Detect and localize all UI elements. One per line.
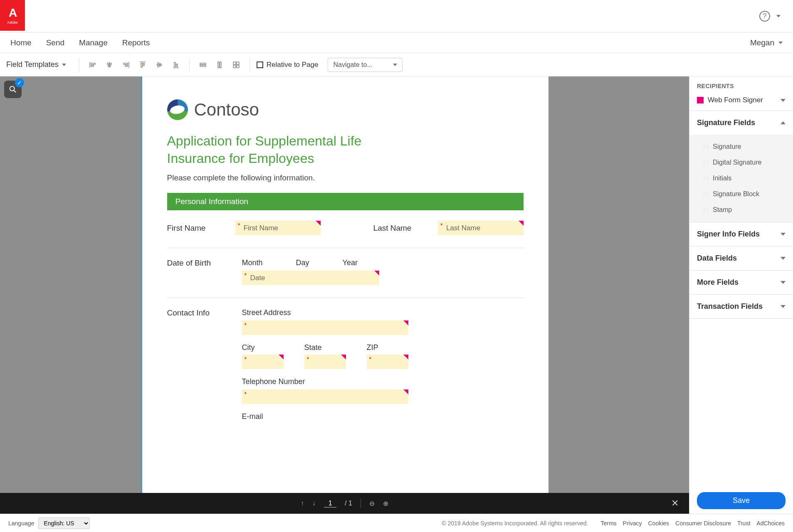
next-page-icon[interactable]: ↓ [312,500,316,507]
zoom-in-icon[interactable]: ⊕ [383,500,388,507]
relative-to-page-checkbox[interactable]: Relative to Page [257,61,319,69]
user-menu-caret [778,42,783,44]
label-email: E-mail [242,412,524,421]
align-right-icon[interactable] [119,58,133,71]
label-last-name: Last Name [373,224,417,233]
sidebar: RECIPIENTS Web Form Signer Signature Fie… [689,76,793,532]
label-month: Month [242,259,263,267]
recipient-color-swatch [697,97,704,103]
navigate-to-dropdown[interactable]: Navigate to... [328,58,403,72]
align-center-h-icon[interactable] [103,58,116,71]
field-date[interactable]: Date [242,271,379,285]
align-center-v-icon[interactable] [153,58,166,71]
svg-rect-7 [237,65,239,68]
language-select[interactable]: English: US [38,517,90,529]
navbar: Home Send Manage Reports Megan [0,32,793,53]
svg-rect-2 [218,62,219,68]
svg-rect-6 [233,65,236,68]
nav-manage[interactable]: Manage [79,38,108,47]
field-type-signature-block[interactable]: Signature Block [689,186,793,202]
footer-link-cookies[interactable]: Cookies [648,520,669,527]
footer-link-adchoices[interactable]: AdChoices [756,520,785,527]
adobe-logo[interactable]: A Adobe [0,0,25,31]
field-phone[interactable] [242,389,408,404]
label-city: City [242,343,284,352]
field-last-name[interactable]: Last Name [438,221,524,235]
chevron-down-icon [781,99,786,102]
chevron-down-icon [781,257,786,260]
doc-subtitle: Please complete the following informatio… [167,173,524,182]
svg-rect-1 [200,65,206,66]
close-pager-icon[interactable]: ✕ [671,498,679,509]
chevron-down-icon [781,281,786,284]
recipient-web-form-signer[interactable]: Web Form Signer [689,93,793,111]
match-size-icon[interactable] [230,58,243,71]
contoso-logo-icon [167,99,188,120]
label-street: Street Address [242,308,524,317]
nav-home[interactable]: Home [10,38,32,47]
label-phone: Telephone Number [242,377,524,386]
checkbox-icon [257,62,263,68]
copyright: © 2019 Adobe Systems Incorporated. All r… [442,520,588,527]
svg-rect-3 [220,62,221,68]
save-button[interactable]: Save [697,492,786,509]
footer-link-disclosure[interactable]: Consumer Disclosure [675,520,731,527]
check-badge-icon: ✓ [15,78,24,87]
svg-rect-5 [237,62,239,64]
label-year: Year [343,259,358,267]
doc-title: Application for Supplemental Life Insura… [167,133,417,167]
field-state[interactable] [304,355,346,369]
field-street[interactable] [242,320,408,335]
chevron-down-icon [781,305,786,308]
help-icon[interactable]: ? [759,11,770,22]
match-height-icon[interactable] [213,58,226,71]
align-top-icon[interactable] [136,58,149,71]
language-label: Language [8,520,34,527]
label-first-name: First Name [167,224,215,233]
document-canvas[interactable]: ✓ Contoso Application for Supplemental L… [0,76,689,532]
footer-link-terms[interactable]: Terms [600,520,616,527]
document-page: Contoso Application for Supplemental Lif… [141,76,548,532]
zoom-out-icon[interactable]: ⊖ [369,500,375,507]
svg-point-8 [10,86,15,91]
footer-link-trust[interactable]: Trust [737,520,750,527]
adobe-a-icon: A [9,6,16,20]
align-left-icon[interactable] [86,58,99,71]
accordion-transaction-fields[interactable]: Transaction Fields [689,295,793,318]
footer: Language English: US © 2019 Adobe System… [0,514,793,532]
accordion-signer-info[interactable]: Signer Info Fields [689,222,793,246]
chevron-up-icon [781,121,786,124]
label-dob: Date of Birth [167,259,221,268]
align-bottom-icon[interactable] [169,58,183,71]
field-zip[interactable] [367,355,408,369]
toolbar: Field Templates Relative to Page Navigat… [0,53,793,76]
field-type-initials[interactable]: Initials [689,170,793,186]
field-type-signature[interactable]: Signature [689,139,793,155]
field-first-name[interactable]: First Name [235,221,321,235]
user-menu[interactable]: Megan [750,38,783,47]
label-zip: ZIP [367,343,408,352]
page-number-input[interactable] [324,500,336,507]
label-day: Day [296,259,309,267]
field-type-digital-signature[interactable]: Digital Signature [689,155,793,170]
accordion-more-fields[interactable]: More Fields [689,271,793,294]
zoom-tool-icon[interactable]: ✓ [4,81,22,98]
nav-send[interactable]: Send [46,38,64,47]
nav-reports[interactable]: Reports [122,38,150,47]
topbar-menu-caret[interactable] [776,15,781,17]
field-type-stamp[interactable]: Stamp [689,202,793,218]
svg-rect-4 [233,62,236,64]
field-templates-dropdown[interactable]: Field Templates [6,60,72,69]
page-total: / 1 [345,500,352,507]
svg-rect-0 [200,63,206,64]
user-name: Megan [750,38,774,47]
field-city[interactable] [242,355,284,369]
recipients-header: RECIPIENTS [689,76,793,93]
match-width-icon[interactable] [196,58,210,71]
footer-link-privacy[interactable]: Privacy [623,520,642,527]
accordion-data-fields[interactable]: Data Fields [689,246,793,270]
prev-page-icon[interactable]: ↑ [301,500,304,507]
accordion-signature-fields[interactable]: Signature Fields [689,111,793,135]
section-personal-info: Personal Information [167,193,524,210]
label-state: State [304,343,346,352]
